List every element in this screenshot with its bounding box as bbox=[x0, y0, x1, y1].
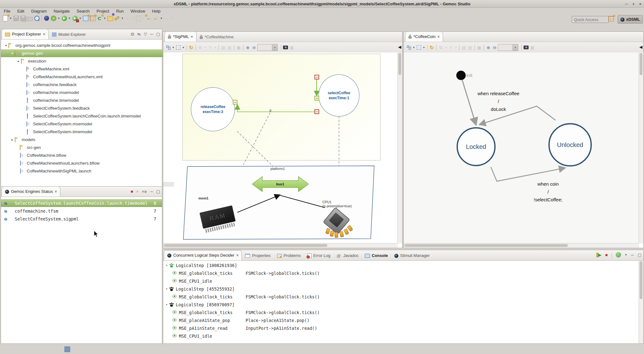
sigpml-canvas[interactable]: bus1 platform1 releaseCoffee execTime:3 … bbox=[163, 52, 398, 243]
menu-window[interactable]: Window bbox=[130, 9, 145, 14]
maximize-view-icon[interactable]: ▢ bbox=[156, 189, 160, 194]
tab-sigpml[interactable]: *SigPML × bbox=[164, 31, 197, 42]
show-icon[interactable]: ▥ bbox=[467, 44, 473, 51]
show-icon[interactable]: ▥ bbox=[226, 44, 233, 51]
mse-row[interactable]: MSE_globalClock_ticksFSMClock->globalClo… bbox=[163, 293, 643, 301]
hide-icon[interactable]: ▤ bbox=[220, 44, 226, 51]
zoom-out-icon[interactable]: ⊖ bbox=[251, 44, 257, 51]
new-wizard-icon[interactable]: ★ bbox=[2, 15, 9, 22]
new-model-icon[interactable]: ★ bbox=[82, 15, 89, 22]
dispose-all-engines-icon[interactable]: ×⚙ bbox=[142, 189, 147, 194]
decider-shield-icon[interactable] bbox=[616, 252, 621, 258]
tab-properties[interactable]: Properties bbox=[242, 251, 274, 260]
close-icon[interactable]: × bbox=[191, 35, 193, 39]
menu-edit[interactable]: Edit bbox=[17, 9, 24, 14]
last-edit-location-icon[interactable]: ←★ bbox=[146, 15, 153, 22]
zoom-level-dropdown[interactable]: ▼ bbox=[513, 44, 518, 51]
hide-icon[interactable]: ▤ bbox=[461, 44, 467, 51]
tree-item-execution[interactable]: ▸execution bbox=[1, 57, 177, 65]
state-unlocked[interactable]: Unlocked bbox=[548, 123, 592, 166]
coffeecoin-canvas[interactable]: init Locked Unlocked when releaseCoffee/… bbox=[404, 52, 639, 243]
mse-row[interactable]: MSE_globalClock_ticksFSMClock->globalClo… bbox=[163, 308, 643, 316]
zoom-in-icon[interactable]: ⊕ bbox=[485, 44, 491, 51]
logical-step-row[interactable]: ▾LogicalStep [455255932] bbox=[163, 285, 643, 293]
quick-access-input[interactable] bbox=[572, 16, 609, 23]
engine-row-sigpml[interactable]: ⚙⚙ SelectCoffeeSystem.sigpml 7 bbox=[1, 215, 162, 223]
menu-project[interactable]: Project bbox=[97, 9, 109, 14]
import-dropdown[interactable]: ▼ bbox=[131, 15, 135, 22]
import-icon[interactable]: ↓ bbox=[124, 15, 131, 22]
mse-row[interactable]: MSE_pA1inState_readInputPort->pA1inState… bbox=[163, 324, 643, 332]
select-dropdown[interactable]: ▼ bbox=[422, 44, 426, 51]
mse-row[interactable]: MSE_globalClock_ticksFSMClock->globalClo… bbox=[163, 269, 643, 277]
highlighter-dropdown[interactable]: ▼ bbox=[120, 15, 124, 22]
refresh-representation-icon[interactable]: C★ bbox=[96, 15, 103, 22]
tree-item-coffemachine-msemodel[interactable]: coffemachine.msemodel bbox=[1, 89, 182, 96]
logical-step-row[interactable]: ▾LogicalStep [1008261936] bbox=[163, 261, 643, 269]
mse-row[interactable]: MSE_CPU1_idle bbox=[163, 277, 643, 285]
zoom-level-combo[interactable] bbox=[498, 44, 513, 51]
tab-model-explorer[interactable]: Model Explorer bbox=[49, 30, 89, 39]
zoom-out-icon[interactable]: ⊖ bbox=[491, 44, 498, 51]
export-image-icon[interactable] bbox=[282, 44, 289, 51]
back-history-icon[interactable]: ← bbox=[153, 15, 159, 22]
tree-item-coffemachine-timemodel[interactable]: coffemachine.timemodel bbox=[1, 96, 182, 104]
initial-state-dot[interactable] bbox=[456, 71, 466, 80]
dispose-engine-icon[interactable]: × bbox=[136, 189, 139, 194]
tree-item-models[interactable]: ▸models bbox=[1, 136, 171, 144]
stop-execution-icon[interactable]: ■ bbox=[605, 253, 608, 257]
select-marquee-icon[interactable] bbox=[175, 44, 181, 51]
logical-step-row[interactable]: ▾LogicalStep [856970097] bbox=[163, 301, 643, 308]
perspective-xdsml-button[interactable]: xDSML bbox=[618, 15, 643, 24]
tree-item-selectcoffeesystem-launch-timemodel[interactable]: SelectCoffeeSystem.launchCoffeeCoin.laun… bbox=[1, 112, 182, 120]
port-selectcoffee-mid[interactable] bbox=[314, 96, 319, 101]
layers-icon[interactable] bbox=[406, 44, 412, 51]
tab-concurrent-logical-steps-decider[interactable]: Concurrent Logical Steps Decider × bbox=[164, 250, 242, 260]
select-dropdown[interactable]: ▼ bbox=[181, 44, 185, 51]
output-port-releasecoffee[interactable] bbox=[233, 100, 237, 105]
menu-diagram[interactable]: Diagram bbox=[31, 9, 47, 14]
refresh-diagram-icon[interactable]: ↻ bbox=[429, 44, 435, 51]
export-image-icon[interactable] bbox=[523, 44, 529, 51]
view-menu-icon[interactable]: ▽ bbox=[144, 32, 147, 36]
tab-coffeemachine[interactable]: *CoffeeMachine bbox=[197, 32, 237, 42]
forward-history-dropdown[interactable]: ▼ bbox=[170, 15, 174, 22]
tree-item-coffeemachinewithoutlaunchers-xml[interactable]: CoffeeMachinewithoutLaunchers.xml bbox=[1, 73, 182, 81]
align-icon[interactable]: Y bbox=[207, 44, 214, 51]
tree-item-src-gen[interactable]: src-gen bbox=[1, 144, 176, 151]
tree-item-coffeemachinewithoutlaunchers-bflow[interactable]: CoffeeMachinewithoutLaunchers.bflow bbox=[1, 159, 176, 167]
tree-item-project[interactable]: ▾org.gemoc.sample.bcool.coffeemachinewit… bbox=[1, 41, 164, 49]
select-marquee-icon[interactable] bbox=[416, 44, 422, 51]
tree-item-coffemachine-feedback[interactable]: coffemachine.feedback bbox=[1, 81, 182, 89]
decider-dropdown[interactable]: ▼ bbox=[625, 253, 627, 256]
close-icon[interactable]: × bbox=[43, 32, 45, 36]
link-with-editor-icon[interactable]: ⇆ bbox=[137, 32, 141, 36]
highlighter-icon[interactable] bbox=[114, 15, 120, 22]
collapse-all-icon[interactable]: ⊟ bbox=[131, 32, 134, 36]
forward-history-icon[interactable]: → bbox=[163, 15, 170, 22]
tab-console[interactable]: Console bbox=[362, 251, 391, 260]
pin-icon[interactable]: ▦ bbox=[476, 44, 482, 51]
tree-item-selectcoffeesystem-msemodel[interactable]: SelectCoffeeSystem.msemodel bbox=[1, 120, 182, 128]
mse-row[interactable]: MSE_CPU1_idle bbox=[163, 332, 643, 340]
tree-item-selectcoffeesystem-feedback[interactable]: SelectCoffeeSystem.feedback bbox=[1, 104, 182, 112]
run-icon[interactable]: ▶ bbox=[61, 15, 68, 22]
open-perspective-icon[interactable]: ★ bbox=[608, 15, 614, 22]
menu-navigate[interactable]: Navigate bbox=[53, 9, 69, 14]
close-icon[interactable]: × bbox=[236, 253, 238, 258]
window-minimize-button[interactable]: ─ bbox=[625, 2, 628, 6]
tab-error-log[interactable]: Error Log bbox=[304, 251, 334, 260]
menu-search[interactable]: Search bbox=[77, 9, 90, 14]
maximize-view-icon[interactable]: ▢ bbox=[156, 32, 160, 36]
bottom-panel-scrollbar[interactable] bbox=[639, 261, 643, 343]
engine-row-timemodel[interactable]: ⚙⚙ SelectCoffeeSystem.launchCoffeeCoin.l… bbox=[1, 199, 162, 207]
copy-dropdown[interactable]: ▼ bbox=[444, 44, 448, 51]
actor-releasecoffee[interactable]: releaseCoffee execTime:3 bbox=[191, 87, 235, 131]
engine-row-tfsm[interactable]: ⚙⚙ coffemachine.tfsm 7 bbox=[1, 207, 162, 215]
align-dropdown[interactable]: ▼ bbox=[214, 44, 217, 51]
mse-row[interactable]: MSE_placeA1State_popPlace->placeA1State.… bbox=[163, 316, 643, 324]
export-table-icon[interactable] bbox=[135, 15, 142, 22]
menu-run[interactable]: Run bbox=[116, 9, 124, 14]
debug-icon[interactable] bbox=[50, 15, 57, 22]
grid-icon[interactable]: ▦ bbox=[529, 44, 536, 51]
